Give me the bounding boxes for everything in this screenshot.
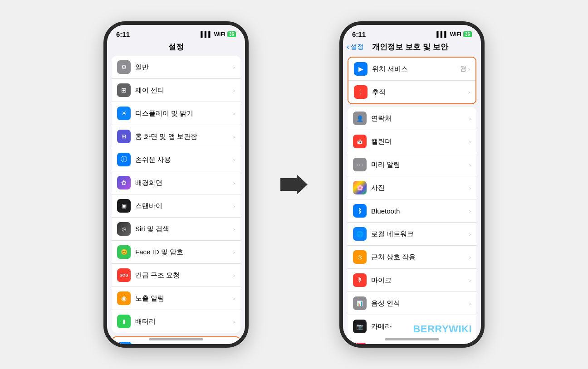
settings-item-accessibility[interactable]: ⓘ 손쉬운 사용 › <box>112 148 240 171</box>
speech-label: 음성 인식 <box>371 299 469 308</box>
control-icon: ⊞ <box>117 83 131 97</box>
general-label: 일반 <box>135 63 233 72</box>
calendar-label: 캘린더 <box>371 137 469 146</box>
left-time: 6:11 <box>116 30 130 38</box>
settings-item-general[interactable]: ⚙ 일반 › <box>112 56 240 79</box>
bluetooth-label: Bluetooth <box>371 207 469 215</box>
right-settings-list: ▶ 위치 서비스 켬 › 📍 추적 › <box>343 56 481 344</box>
settings-item-localnetwork[interactable]: 🌐 로컬 네트워크 › <box>348 223 476 246</box>
accessibility-label: 손쉬운 사용 <box>135 155 233 164</box>
homescreen-icon: ⊞ <box>117 130 131 143</box>
settings-item-siri[interactable]: ◎ Siri 및 검색 › <box>112 218 240 241</box>
left-settings-list: ⚙ 일반 › ⊞ 제어 센터 › ☀ <box>107 56 245 344</box>
standby-label: 스탠바이 <box>135 202 233 210</box>
settings-item-control[interactable]: ⊞ 제어 센터 › <box>112 79 240 102</box>
tracking-label: 추적 <box>372 88 468 97</box>
display-icon: ☀ <box>117 107 131 120</box>
battery-label: 배터리 <box>135 317 233 326</box>
settings-item-calendar[interactable]: 📅 캘린더 › <box>348 130 476 153</box>
battery-settings-icon: ▮ <box>117 315 131 328</box>
settings-item-wallpaper[interactable]: ✿ 배경화면 › <box>112 171 240 194</box>
battery-icon: 36 <box>227 31 236 37</box>
settings-item-bluetooth[interactable]: ᛒ Bluetooth › <box>348 199 476 223</box>
localnetwork-label: 로컬 네트워크 <box>371 230 469 238</box>
arrow-container <box>276 175 312 194</box>
wifi-icon: WiFi <box>214 31 225 38</box>
signal-icon: ▌▌▌ <box>201 31 212 38</box>
right-phone: 6:11 ▌▌▌ WiFi 36 ‹ 설정 개인정보 보호 및 보안 ▶ <box>339 21 485 348</box>
homescreen-label: 홈 화면 및 앱 보관함 <box>135 132 233 141</box>
battery-icon: 36 <box>463 31 472 37</box>
left-nav-bar: 설정 <box>107 40 245 56</box>
camera-label: 카메라 <box>371 322 469 331</box>
calendar-icon: 📅 <box>353 135 367 148</box>
wallpaper-icon: ✿ <box>117 176 131 189</box>
settings-item-microphone[interactable]: 🎙 마이크 › <box>348 269 476 292</box>
settings-item-tracking[interactable]: 📍 추적 › <box>348 81 475 103</box>
left-main-group: ⚙ 일반 › ⊞ 제어 센터 › ☀ <box>112 56 240 333</box>
photos-label: 사진 <box>371 184 469 192</box>
contacts-label: 연락처 <box>371 114 469 123</box>
emergency-label: 긴급 구조 요청 <box>135 271 233 280</box>
exposure-label: 노출 알림 <box>135 294 233 303</box>
right-nav-title: 개인정보 보호 및 보안 <box>366 42 455 52</box>
nearby-label: 근처 상호 작용 <box>371 253 469 262</box>
settings-item-speech[interactable]: 📊 음성 인식 › <box>348 292 476 315</box>
siri-icon: ◎ <box>117 222 131 236</box>
settings-item-exposure[interactable]: ◉ 노출 알림 › <box>112 287 240 310</box>
general-icon: ⚙ <box>117 60 131 74</box>
settings-item-nearby[interactable]: ◎ 근처 상호 작용 › <box>348 246 476 269</box>
settings-item-battery[interactable]: ▮ 배터리 › <box>112 310 240 333</box>
back-chevron-icon: ‹ <box>347 42 349 52</box>
left-status-icons: ▌▌▌ WiFi 36 <box>201 31 236 38</box>
right-nav-bar: ‹ 설정 개인정보 보호 및 보안 <box>343 40 481 56</box>
microphone-icon: 🎙 <box>353 273 367 287</box>
control-label: 제어 센터 <box>135 86 233 95</box>
settings-item-contacts[interactable]: 👤 연락처 › <box>348 107 476 130</box>
settings-item-display[interactable]: ☀ 디스플레이 및 밝기 › <box>112 102 240 125</box>
faceid-icon: 😊 <box>117 245 131 259</box>
left-status-bar: 6:11 ▌▌▌ WiFi 36 <box>107 25 245 40</box>
settings-item-reminders[interactable]: ⋯ 미리 알림 › <box>348 153 476 176</box>
settings-item-location[interactable]: ▶ 위치 서비스 켬 › <box>348 58 475 81</box>
accessibility-icon: ⓘ <box>117 153 131 166</box>
speech-icon: 📊 <box>353 296 367 310</box>
location-icon: ▶ <box>354 62 368 76</box>
back-button[interactable]: ‹ 설정 <box>347 42 364 52</box>
location-label: 위치 서비스 <box>372 65 460 73</box>
settings-item-faceid[interactable]: 😊 Face ID 및 암호 › <box>112 241 240 264</box>
signal-icon: ▌▌▌ <box>436 31 448 38</box>
wifi-icon: WiFi <box>450 31 461 38</box>
faceid-label: Face ID 및 암호 <box>135 248 233 257</box>
right-status-bar: 6:11 ▌▌▌ WiFi 36 <box>343 25 481 40</box>
settings-item-standby[interactable]: ▣ 스탠바이 › <box>112 194 240 218</box>
settings-item-emergency[interactable]: SOS 긴급 구조 요청 › <box>112 264 240 287</box>
right-home-indicator <box>385 338 439 340</box>
back-label: 설정 <box>350 43 364 51</box>
display-label: 디스플레이 및 밝기 <box>135 109 233 118</box>
health-icon: ♥ <box>353 343 367 344</box>
left-nav-title: 설정 <box>168 43 184 51</box>
tracking-icon: 📍 <box>354 85 368 99</box>
settings-item-camera[interactable]: 📷 카메라 › <box>348 315 476 338</box>
camera-icon: 📷 <box>353 320 367 333</box>
localnetwork-icon: 🌐 <box>353 227 367 241</box>
reminders-label: 미리 알림 <box>371 160 469 169</box>
location-value: 켬 <box>460 65 466 73</box>
standby-icon: ▣ <box>117 199 131 213</box>
settings-item-photos[interactable]: 🌸 사진 › <box>348 176 476 199</box>
nearby-icon: ◎ <box>353 250 367 264</box>
privacy-icon: 🖐 <box>118 342 132 344</box>
siri-label: Siri 및 검색 <box>135 225 233 233</box>
arrow-icon <box>280 175 308 194</box>
right-permissions-group: 👤 연락처 › 📅 캘린더 › ⋯ <box>348 107 476 344</box>
settings-item-homescreen[interactable]: ⊞ 홈 화면 및 앱 보관함 › <box>112 125 240 148</box>
left-home-indicator <box>149 338 203 340</box>
contacts-icon: 👤 <box>353 112 367 125</box>
photos-icon: 🌸 <box>353 181 367 194</box>
microphone-label: 마이크 <box>371 276 469 285</box>
left-phone: 6:11 ▌▌▌ WiFi 36 설정 ⚙ 일반 › <box>103 21 249 348</box>
bluetooth-icon: ᛒ <box>353 204 367 218</box>
right-time: 6:11 <box>352 30 366 38</box>
location-highlighted-container: ▶ 위치 서비스 켬 › 📍 추적 › <box>348 57 476 104</box>
